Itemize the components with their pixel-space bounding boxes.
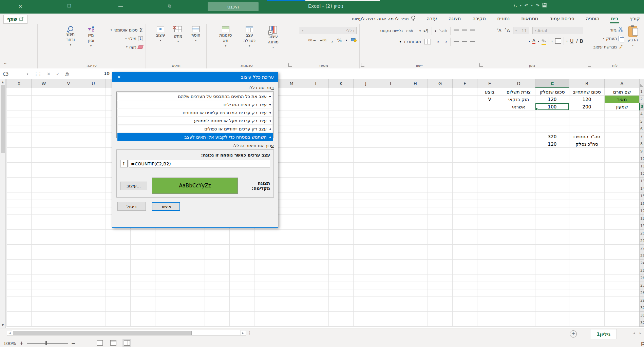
- cell-K12[interactable]: [328, 170, 353, 178]
- cell-W10[interactable]: [31, 155, 56, 163]
- cell-L30[interactable]: [304, 304, 328, 312]
- cell-F25[interactable]: [452, 267, 477, 274]
- cell-P30[interactable]: [205, 304, 229, 312]
- cell-C6[interactable]: [535, 125, 569, 133]
- cell-J20[interactable]: [353, 230, 378, 237]
- cell-F13[interactable]: [452, 178, 477, 185]
- cell-L5[interactable]: [304, 118, 328, 125]
- cell-B24[interactable]: [569, 260, 604, 267]
- cell-X26[interactable]: [6, 274, 31, 282]
- row-header-2[interactable]: 2: [639, 96, 644, 103]
- cell-W20[interactable]: [31, 230, 56, 237]
- cell-A17[interactable]: [604, 207, 639, 215]
- cell-C16[interactable]: [535, 200, 569, 207]
- cell-J2[interactable]: [353, 96, 378, 103]
- cell-S24[interactable]: [130, 260, 155, 267]
- cell-B20[interactable]: [569, 230, 604, 237]
- wrap-text-button[interactable]: גלישת טקסט: [380, 27, 403, 35]
- cell-K32[interactable]: [328, 319, 353, 327]
- cell-X5[interactable]: [6, 118, 31, 125]
- cell-C20[interactable]: [535, 230, 569, 237]
- row-header-27[interactable]: 27: [639, 282, 644, 289]
- cell-N26[interactable]: [254, 274, 279, 282]
- cell-J10[interactable]: [353, 155, 378, 163]
- cell-A19[interactable]: [604, 222, 639, 230]
- cell-Q21[interactable]: [180, 237, 205, 245]
- undo-icon[interactable]: ↶: [525, 3, 528, 8]
- cell-O30[interactable]: [229, 304, 254, 312]
- cell-K11[interactable]: [328, 163, 353, 170]
- cell-S29[interactable]: [130, 297, 155, 304]
- cell-I26[interactable]: [378, 274, 403, 282]
- cell-C17[interactable]: [535, 207, 569, 215]
- cell-X3[interactable]: [6, 103, 31, 110]
- chevron-down-icon[interactable]: ▾: [419, 29, 421, 33]
- cell-E14[interactable]: [477, 185, 502, 192]
- cell-M8[interactable]: [279, 140, 304, 148]
- tab-פריסת עמוד[interactable]: פריסת עמוד: [549, 14, 575, 23]
- cell-M23[interactable]: [279, 252, 304, 260]
- cell-I8[interactable]: [378, 140, 403, 148]
- cell-K17[interactable]: [328, 207, 353, 215]
- font-size-select[interactable]: ▾ 11: [513, 27, 529, 34]
- cell-W13[interactable]: [31, 178, 56, 185]
- cell-A26[interactable]: [604, 274, 639, 282]
- cell-S23[interactable]: [130, 252, 155, 260]
- cell-M7[interactable]: [279, 133, 304, 140]
- cell-E5[interactable]: [477, 118, 502, 125]
- cell-D9[interactable]: [502, 148, 535, 155]
- row-header-22[interactable]: 22: [639, 245, 644, 252]
- tab-בית[interactable]: בית: [610, 14, 619, 23]
- cell-E30[interactable]: [477, 304, 502, 312]
- cell-L18[interactable]: [304, 215, 328, 222]
- rule-type-item[interactable]: ◄עצב את כל התאים בהתבסס על הערכים שלהם: [117, 93, 273, 100]
- cell-D24[interactable]: [502, 260, 535, 267]
- align-center-icon[interactable]: [462, 40, 467, 44]
- cell-M26[interactable]: [279, 274, 304, 282]
- cell-B29[interactable]: [569, 297, 604, 304]
- cell-E12[interactable]: [477, 170, 502, 178]
- cell-D26[interactable]: [502, 274, 535, 282]
- cell-A5[interactable]: [604, 118, 639, 125]
- cell-F2[interactable]: [452, 96, 477, 103]
- conditional-formatting-button[interactable]: עיצוב מותנה ▾: [262, 25, 284, 50]
- cell-H26[interactable]: [403, 274, 428, 282]
- cell-G32[interactable]: [428, 319, 452, 327]
- cell-H31[interactable]: [403, 312, 428, 319]
- cell-O24[interactable]: [229, 260, 254, 267]
- cell-P23[interactable]: [205, 252, 229, 260]
- cell-F14[interactable]: [452, 185, 477, 192]
- orientation-icon[interactable]: ab⟋: [439, 28, 447, 33]
- cell-D18[interactable]: [502, 215, 535, 222]
- cell-G15[interactable]: [428, 192, 452, 200]
- cell-H11[interactable]: [403, 163, 428, 170]
- cell-A18[interactable]: [604, 215, 639, 222]
- cell-D10[interactable]: [502, 155, 535, 163]
- cell-A10[interactable]: [604, 155, 639, 163]
- cell-X24[interactable]: [6, 260, 31, 267]
- cell-H3[interactable]: [403, 103, 428, 110]
- column-header-D[interactable]: D: [502, 79, 535, 88]
- cell-B6[interactable]: [569, 125, 604, 133]
- cell-M10[interactable]: [279, 155, 304, 163]
- row-header-5[interactable]: 5: [639, 118, 644, 125]
- cell-L12[interactable]: [304, 170, 328, 178]
- close-window-icon[interactable]: ✕: [18, 3, 23, 9]
- cell-G22[interactable]: [428, 245, 452, 252]
- cell-A16[interactable]: [604, 200, 639, 207]
- share-button[interactable]: שתף: [3, 15, 27, 24]
- cell-S30[interactable]: [130, 304, 155, 312]
- cell-D3[interactable]: אשראי: [502, 103, 535, 110]
- cell-O25[interactable]: [229, 267, 254, 274]
- grow-font-button[interactable]: A˄: [504, 28, 510, 33]
- cell-M27[interactable]: [279, 282, 304, 289]
- cell-R32[interactable]: [155, 319, 180, 327]
- cell-V15[interactable]: [56, 192, 81, 200]
- cell-A25[interactable]: [604, 267, 639, 274]
- cell-L11[interactable]: [304, 163, 328, 170]
- cell-M11[interactable]: [279, 163, 304, 170]
- cell-R24[interactable]: [155, 260, 180, 267]
- cell-V3[interactable]: [56, 103, 81, 110]
- cell-K15[interactable]: [328, 192, 353, 200]
- cell-J14[interactable]: [353, 185, 378, 192]
